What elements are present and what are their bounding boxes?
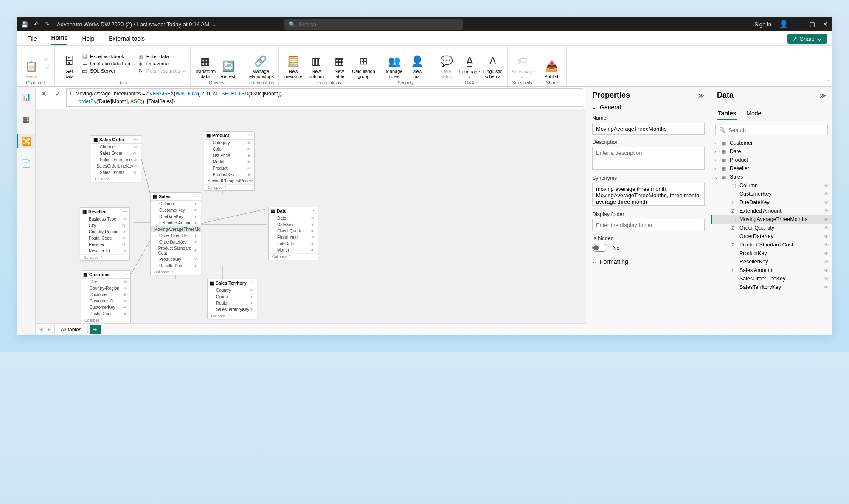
sqlserver-button[interactable]: 🗃SQL Server <box>82 68 136 74</box>
field-row[interactable]: Region👁 <box>208 300 257 306</box>
table-card-territory[interactable]: ▦Sales Territory⋯ Country👁Group👁Region👁S… <box>207 279 257 319</box>
get-data-button[interactable]: 🗄 Get data <box>59 48 79 79</box>
display-folder-input[interactable] <box>592 219 705 231</box>
field-row[interactable]: SalesTerritoryKey👁 <box>208 306 257 313</box>
more-icon[interactable]: ⋯ <box>247 133 252 138</box>
field-row[interactable]: Category👁 <box>204 140 254 146</box>
field-row[interactable]: Country👁 <box>208 287 257 294</box>
more-icon[interactable]: ⋯ <box>250 280 255 286</box>
field-row[interactable]: CustomerKey👁 <box>151 207 201 213</box>
new-table-button[interactable]: ▦New table <box>329 48 349 79</box>
view-as-button[interactable]: 👤View as <box>407 48 427 79</box>
signin-link[interactable]: Sign in <box>754 21 771 28</box>
field-row[interactable]: DateKey👁 <box>269 221 318 228</box>
field-node[interactable]: ΣProduct Standard Cost👁 <box>711 241 832 249</box>
table-node-sales[interactable]: ⌄▦Sales <box>711 173 832 181</box>
field-node[interactable]: ΣSales Amount👁 <box>711 266 832 274</box>
tab-all-tables[interactable]: All tables <box>54 325 88 334</box>
new-measure-button[interactable]: 🧮New measure <box>283 48 304 79</box>
field-row[interactable]: ProductKey👁 <box>151 256 201 263</box>
global-search[interactable]: 🔍 <box>284 19 463 30</box>
field-row[interactable]: Reseller ID👁 <box>80 248 129 254</box>
minimize-button[interactable]: — <box>796 21 802 28</box>
linguistic-schema-button[interactable]: ALinguistic schema <box>483 48 503 79</box>
field-row[interactable]: DueDateKey👁 <box>151 213 201 220</box>
field-row[interactable]: Sales Orders👁 <box>91 169 141 176</box>
is-hidden-toggle[interactable] <box>592 244 607 252</box>
ribbon-collapse-icon[interactable]: ⌃ <box>826 79 830 85</box>
synonyms-input[interactable] <box>592 183 705 206</box>
field-row[interactable]: Product Standard Cost👁 <box>151 245 201 256</box>
field-row[interactable]: CustomerKey👁 <box>81 304 130 311</box>
report-view-icon[interactable]: 📊 <box>17 90 35 104</box>
expand-formula-icon[interactable]: ⌄ <box>577 90 581 98</box>
field-row[interactable]: ProductKey👁 <box>204 171 254 178</box>
field-node[interactable]: ⬚Column👁 <box>711 181 832 190</box>
field-node[interactable]: ProductKey👁 <box>711 249 832 258</box>
field-row[interactable]: Month👁 <box>269 247 318 253</box>
refresh-button[interactable]: 🔄Refresh <box>218 48 239 79</box>
field-row[interactable]: Model👁 <box>204 159 254 165</box>
field-row[interactable]: Fiscal Year👁 <box>269 234 318 241</box>
field-row[interactable]: Order Quantity👁 <box>151 232 201 239</box>
account-icon[interactable]: 👤 <box>779 20 788 29</box>
more-icon[interactable]: ⋯ <box>194 194 199 199</box>
new-column-button[interactable]: ▥New column <box>306 48 326 79</box>
menu-external-tools[interactable]: External tools <box>109 33 145 45</box>
collapse-button[interactable]: Collapse ⌃ <box>80 254 129 260</box>
manage-relationships-button[interactable]: 🔗Manage relationships <box>247 48 274 79</box>
field-row[interactable]: Fiscal Quarter👁 <box>269 228 318 234</box>
redo-icon[interactable]: ↷ <box>45 21 49 28</box>
field-row[interactable]: Group👁 <box>208 294 257 300</box>
field-row[interactable]: City👁 <box>81 279 130 285</box>
section-general[interactable]: ⌄General <box>592 104 705 111</box>
collapse-button[interactable]: Collapse ⌃ <box>269 253 318 260</box>
table-view-icon[interactable]: ▦ <box>17 112 35 126</box>
field-row[interactable]: Postal Code👁 <box>80 235 129 241</box>
field-row[interactable]: MovingAverageThreeMonths👁 <box>151 226 201 232</box>
field-node[interactable]: ΣDueDateKey👁 <box>711 198 832 207</box>
more-icon[interactable]: ⋯ <box>134 137 138 142</box>
field-row[interactable]: Date👁 <box>269 215 318 221</box>
menu-home[interactable]: Home <box>51 32 68 45</box>
share-button[interactable]: ↗ Share ⌄ <box>787 34 827 44</box>
table-card-date[interactable]: ▦Date⋯ Date👁DateKey👁Fiscal Quarter👁Fisca… <box>268 207 318 260</box>
transform-data-button[interactable]: ▦Transform data <box>195 48 216 79</box>
menu-file[interactable]: File <box>27 33 37 45</box>
collapse-panel-icon[interactable]: ≫ <box>820 92 826 99</box>
field-node[interactable]: ResellerKey👁 <box>711 258 832 266</box>
close-button[interactable]: ✕ <box>823 21 828 28</box>
field-row[interactable]: Column👁 <box>151 201 201 207</box>
save-icon[interactable]: 💾 <box>21 21 28 28</box>
cancel-formula-icon[interactable]: ✕ <box>38 88 50 99</box>
table-card-product[interactable]: ▦Product⋯ Category👁Color👁List Price👁Mode… <box>204 131 255 191</box>
field-node[interactable]: CustomerKey👁 <box>711 190 832 198</box>
field-row[interactable]: Color👁 <box>204 146 254 152</box>
field-row[interactable]: Sales Order Line👁 <box>91 157 141 163</box>
table-node-product[interactable]: ›▦Product <box>711 156 832 164</box>
field-row[interactable]: OrderDateKey👁 <box>151 239 201 245</box>
tab-next-icon[interactable]: ▶ <box>46 327 53 332</box>
field-row[interactable]: SecondCheapestPrice👁 <box>204 178 254 184</box>
collapse-panel-icon[interactable]: ≫ <box>698 92 705 99</box>
manage-roles-button[interactable]: 👥Manage roles <box>384 48 405 79</box>
tab-prev-icon[interactable]: ◀ <box>37 327 44 332</box>
field-node[interactable]: ⬚MovingAverageThreeMonths👁 <box>711 215 832 224</box>
publish-button[interactable]: 📤Publish <box>542 48 562 79</box>
section-formatting[interactable]: ⌄Formatting <box>592 258 705 265</box>
commit-formula-icon[interactable]: ✓ <box>52 88 64 99</box>
enter-data-button[interactable]: ▦Enter data <box>138 53 186 59</box>
collapse-button[interactable]: Collapse ⌃ <box>151 269 201 275</box>
field-row[interactable]: ResellerKey👁 <box>151 263 201 269</box>
field-row[interactable]: SalesOrderLineKey👁 <box>91 163 141 169</box>
table-node-customer[interactable]: ›▦Customer <box>711 139 832 147</box>
table-node-reseller[interactable]: ›▦Reseller <box>711 164 832 173</box>
title-dropdown-icon[interactable]: ⌄ <box>212 21 216 28</box>
collapse-button[interactable]: Collapse ⌃ <box>91 176 141 182</box>
calc-group-button[interactable]: ⊞Calculation group <box>352 48 375 79</box>
fields-search[interactable]: 🔍 <box>715 125 828 135</box>
field-row[interactable]: Reseller👁 <box>80 241 129 248</box>
name-input[interactable] <box>592 123 705 135</box>
field-node[interactable]: ΣOrder Quantity👁 <box>711 224 832 232</box>
field-node[interactable]: SalesTerritoryKey👁 <box>711 283 832 291</box>
